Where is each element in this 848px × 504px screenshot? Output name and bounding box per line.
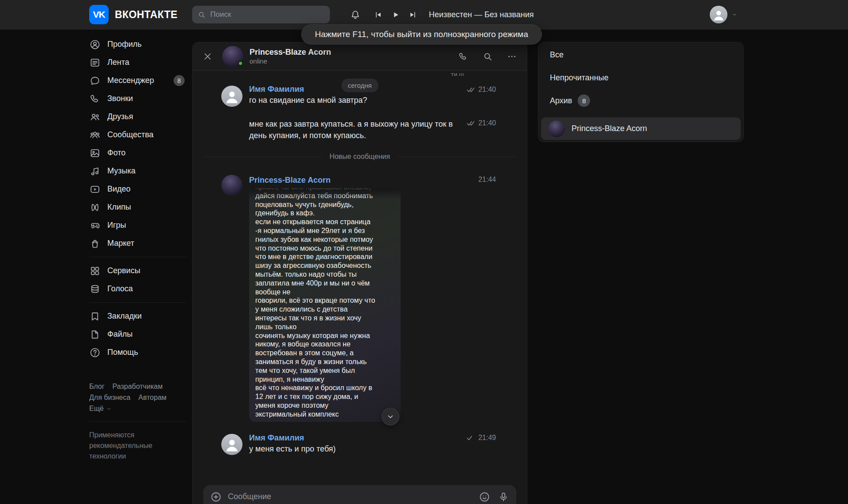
avatar[interactable]	[221, 175, 242, 196]
sidebar-item-label: Звонки	[107, 94, 133, 103]
chat-item-avatar	[548, 120, 565, 137]
composer-actions	[479, 491, 509, 503]
account-menu[interactable]	[710, 6, 738, 23]
chat-item-name: Princess-Blaze Acorn	[572, 124, 647, 133]
filter-all[interactable]: Все	[538, 43, 743, 66]
account-avatar[interactable]	[710, 6, 727, 23]
footer-link[interactable]: Авторам	[138, 394, 167, 402]
sidebar-footer: БлогРазработчикамДля бизнесаАвторамЕщё П…	[89, 383, 186, 462]
search-icon	[197, 11, 206, 19]
voice-message-mic-icon[interactable]	[498, 491, 509, 503]
sidebar-item-label: Файлы	[107, 330, 132, 339]
sidebar-item-profile[interactable]: Профиль	[89, 35, 186, 53]
call-button-phone-icon[interactable]	[458, 51, 469, 62]
message-author[interactable]: Princess-Blaze Acorn	[249, 175, 330, 185]
player-play-icon[interactable]	[391, 10, 400, 19]
sidebar-item-feed[interactable]: Лента	[89, 53, 186, 71]
notifications-bell-icon[interactable]	[350, 9, 361, 20]
footer-link[interactable]: Разработчикам	[113, 383, 163, 391]
brand-text: ВКОНТАКТЕ	[115, 9, 178, 21]
person-icon	[221, 434, 242, 455]
sidebar-item-label: Маркет	[107, 239, 134, 248]
sidebar-item-label: Музыка	[107, 166, 136, 176]
sidebar: ПрофильЛентаМессенджер8ЗвонкиДрузьяСообщ…	[89, 35, 186, 462]
music-icon	[89, 165, 101, 177]
message: мне как раз завтра купаться. а я выхожу …	[221, 118, 496, 141]
avatar[interactable]	[221, 434, 242, 455]
player-track-title[interactable]: Неизвестен — Без названия	[429, 10, 534, 19]
sidebar-item-votes[interactable]: Голоса	[89, 280, 186, 298]
chat-peer-name[interactable]: Princess-Blaze Acorn	[250, 48, 331, 57]
chat-search-icon[interactable]	[482, 51, 493, 62]
files-icon	[89, 329, 101, 340]
avatar[interactable]	[221, 86, 242, 107]
sidebar-item-clips[interactable]: Клипы	[89, 198, 186, 216]
footer-link[interactable]: Для бизнеса	[89, 394, 130, 402]
sidebar-item-communities[interactable]: Сообщества	[89, 126, 186, 144]
vk-logo[interactable]: VK ВКОНТАКТЕ	[89, 5, 178, 24]
chat-peer-info: Princess-Blaze Acorn online	[250, 48, 331, 65]
profile-icon	[89, 39, 101, 50]
person-icon	[710, 6, 727, 23]
votes-icon	[89, 283, 101, 295]
sidebar-item-label: Сервисы	[107, 266, 140, 275]
sidebar-item-label: Игры	[107, 221, 126, 230]
more-options-ellipsis-icon[interactable]	[507, 51, 517, 62]
player-next-icon[interactable]	[408, 10, 417, 19]
message-image-attachment[interactable]: привет, ты мне нравишься внешне, дайся п…	[249, 188, 401, 422]
sidebar-item-music[interactable]: Музыка	[89, 162, 186, 180]
recommendation-note: Применяются рекомендательные технологии	[89, 430, 168, 462]
message-time: 21:49	[478, 434, 496, 442]
chat-close-button[interactable]	[202, 51, 213, 62]
filter-archive[interactable]: Архив8	[538, 89, 743, 112]
sidebar-item-label: Видео	[107, 184, 131, 194]
message-input[interactable]	[228, 492, 473, 501]
scroll-to-bottom-button[interactable]	[382, 408, 399, 425]
sidebar-item-messenger[interactable]: Мессенджер8	[89, 71, 186, 90]
chat-list-panel: ВсеНепрочитанныеАрхив8 Princess-Blaze Ac…	[538, 42, 744, 142]
sidebar-item-friends[interactable]: Друзья	[89, 108, 186, 126]
player-previous-icon[interactable]	[374, 10, 383, 19]
bookmarks-icon	[89, 311, 101, 322]
attach-plus-icon[interactable]	[210, 491, 222, 503]
footer-link[interactable]: Блог	[89, 383, 105, 391]
help-icon	[89, 347, 101, 358]
sidebar-item-calls[interactable]: Звонки	[89, 90, 186, 108]
sidebar-item-bookmarks[interactable]: Закладки	[89, 307, 186, 325]
counter-badge: 8	[174, 75, 185, 86]
read-receipt-single-icon	[466, 435, 476, 441]
fullscreen-exit-toast: Нажмите F11, чтобы выйти из полноэкранно…	[301, 24, 542, 45]
more-label: Ещё	[89, 405, 104, 413]
communities-icon	[89, 129, 101, 141]
search-input[interactable]	[210, 10, 325, 19]
divider	[89, 421, 186, 422]
chevron-down-icon	[731, 11, 738, 18]
chat-list-item[interactable]: Princess-Blaze Acorn	[541, 117, 741, 140]
chat-window: Princess-Blaze Acorn online ти щ сегодня…	[192, 42, 527, 504]
global-search[interactable]	[192, 6, 330, 23]
message-meta: 21:40	[466, 86, 496, 94]
sidebar-item-games[interactable]: Игры	[89, 216, 186, 234]
emoji-smiley-icon[interactable]	[479, 491, 490, 503]
calls-icon	[89, 93, 101, 105]
filter-unread[interactable]: Непрочитанные	[538, 66, 743, 89]
message-author[interactable]: Имя Фамилия	[249, 84, 304, 94]
sidebar-item-video[interactable]: Видео	[89, 180, 186, 198]
sidebar-item-label: Помощь	[107, 348, 138, 357]
sidebar-item-files[interactable]: Файлы	[89, 325, 186, 343]
sidebar-item-help[interactable]: Помощь	[89, 343, 186, 361]
sidebar-item-photos[interactable]: Фото	[89, 144, 186, 162]
friends-icon	[89, 111, 101, 123]
sidebar-item-services[interactable]: Сервисы	[89, 262, 186, 280]
composer	[203, 485, 516, 504]
sidebar-item-market[interactable]: Маркет	[89, 234, 186, 252]
footer-link-more[interactable]: Ещё	[89, 405, 112, 413]
message-meta: 21:49	[466, 434, 496, 442]
chat-header-actions	[458, 51, 517, 62]
message-author[interactable]: Имя Фамилия	[249, 433, 304, 443]
footer-links: БлогРазработчикамДля бизнесаАвторамЕщё	[89, 383, 192, 413]
sidebar-item-label: Закладки	[107, 312, 142, 321]
online-indicator	[238, 60, 243, 66]
message-text: у меня есть и про тебя)	[249, 443, 466, 455]
photos-icon	[89, 147, 101, 159]
